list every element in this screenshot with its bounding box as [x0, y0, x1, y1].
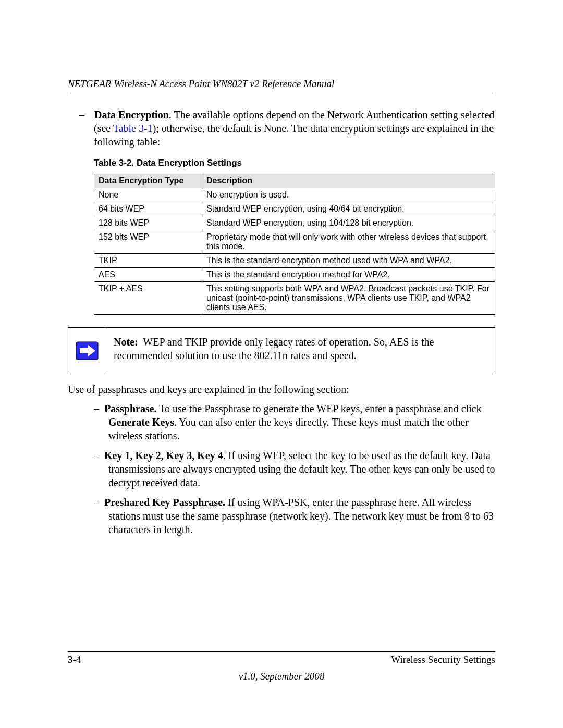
note-text: Note: WEP and TKIP provide only legacy r…: [106, 328, 495, 374]
page-footer: 3-4 Wireless Security Settings v1.0, Sep…: [68, 651, 495, 682]
note-body: WEP and TKIP provide only legacy rates o…: [114, 336, 434, 361]
table-row: 128 bits WEP Standard WEP encryption, us…: [94, 216, 495, 230]
bullet-text-1: To use the Passphrase to generate the WE…: [157, 403, 482, 414]
cell-desc: Standard WEP encryption, using 40/64 bit…: [202, 202, 495, 216]
cell-desc: Standard WEP encryption, using 104/128 b…: [202, 216, 495, 230]
encryption-table: Data Encryption Type Description None No…: [94, 174, 495, 315]
table-3-1-link[interactable]: Table 3-1: [113, 122, 153, 134]
header-rule: [68, 93, 495, 93]
cell-desc: This is the standard encryption method f…: [202, 268, 495, 282]
running-header: NETGEAR Wireless-N Access Point WN802T v…: [68, 78, 495, 90]
footer-section-title: Wireless Security Settings: [391, 654, 495, 665]
cell-desc: This is the standard encryption method u…: [202, 254, 495, 268]
table-row: TKIP This is the standard encryption met…: [94, 254, 495, 268]
cell-desc: Proprietary mode that will only work wit…: [202, 230, 495, 254]
cell-type: 152 bits WEP: [94, 230, 202, 254]
cell-type: 128 bits WEP: [94, 216, 202, 230]
footer-page-number: 3-4: [68, 654, 81, 665]
table-row: 64 bits WEP Standard WEP encryption, usi…: [94, 202, 495, 216]
table-row: 152 bits WEP Proprietary mode that will …: [94, 230, 495, 254]
cell-type: TKIP + AES: [94, 282, 202, 315]
bullet-label: Key 1, Key 2, Key 3, Key 4: [104, 450, 223, 461]
arrow-right-icon: [76, 341, 99, 360]
cell-desc: No encryption is used.: [202, 188, 495, 202]
footer-version: v1.0, September 2008: [68, 671, 495, 682]
intro-label: Data Encryption: [94, 109, 169, 120]
table-caption: Table 3-2. Data Encryption Settings: [94, 158, 495, 168]
table-header-desc: Description: [202, 174, 495, 188]
note-label: Note:: [114, 336, 138, 348]
bullet-preshared: – Preshared Key Passphrase. If using WPA…: [108, 496, 495, 536]
cell-type: 64 bits WEP: [94, 202, 202, 216]
lead-paragraph: Use of passphrases and keys are explaine…: [68, 384, 495, 396]
cell-type: TKIP: [94, 254, 202, 268]
cell-type: None: [94, 188, 202, 202]
cell-desc: This setting supports both WPA and WPA2.…: [202, 282, 495, 315]
table-row: None No encryption is used.: [94, 188, 495, 202]
bullet-label: Preshared Key Passphrase.: [104, 497, 225, 508]
intro-text-2: ); otherwise, the default is None. The d…: [94, 122, 494, 147]
table-header-type: Data Encryption Type: [94, 174, 202, 188]
bullet-bold-inline: Generate Keys: [108, 416, 174, 428]
note-box: Note: WEP and TKIP provide only legacy r…: [68, 327, 495, 374]
table-row: AES This is the standard encryption meth…: [94, 268, 495, 282]
bullet-label: Passphrase.: [104, 403, 157, 414]
note-icon-cell: [68, 328, 106, 374]
bullet-passphrase: – Passphrase. To use the Passphrase to g…: [108, 402, 495, 442]
cell-type: AES: [94, 268, 202, 282]
intro-paragraph: – Data Encryption. The available options…: [94, 108, 495, 149]
bullet-keys: – Key 1, Key 2, Key 3, Key 4. If using W…: [108, 449, 495, 489]
table-row: TKIP + AES This setting supports both WP…: [94, 282, 495, 315]
